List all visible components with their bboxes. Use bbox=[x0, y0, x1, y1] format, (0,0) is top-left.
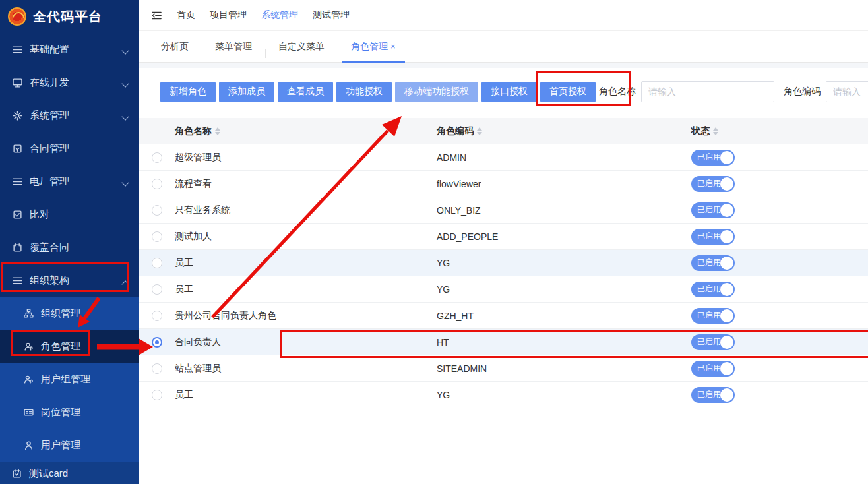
sidebar-item-compare[interactable]: 比对 bbox=[0, 198, 139, 231]
sidebar-item-label: 系统管理 bbox=[30, 109, 69, 122]
api-auth-button[interactable]: 接口授权 bbox=[481, 82, 537, 102]
status-toggle[interactable]: 已启用 bbox=[691, 387, 735, 403]
mobile-function-auth-button[interactable]: 移动端功能授权 bbox=[395, 82, 478, 102]
sort-icon[interactable] bbox=[215, 127, 220, 135]
status-label: 已启用 bbox=[691, 231, 721, 242]
status-label: 已启用 bbox=[691, 204, 721, 216]
topnav-item-project-mgmt[interactable]: 项目管理 bbox=[210, 9, 247, 21]
row-radio[interactable] bbox=[152, 179, 162, 189]
role-code-cell: YG bbox=[437, 284, 691, 295]
contract-icon bbox=[12, 143, 22, 154]
topnav-item-system-mgmt[interactable]: 系统管理 bbox=[261, 9, 298, 21]
table-row[interactable]: 测试加人 ADD_PEOPLE 已启用 bbox=[139, 224, 868, 250]
role-name-cell: 员工 bbox=[175, 389, 193, 401]
sidebar-item-test-card[interactable]: 测试card bbox=[0, 462, 139, 484]
status-toggle[interactable]: 已启用 bbox=[691, 282, 735, 297]
role-name-cell: 只有业务系统 bbox=[175, 204, 230, 216]
sidebar-item-user-mgmt[interactable]: 用户管理 bbox=[0, 429, 139, 462]
sidebar-item-org-mgmt[interactable]: 组织管理 bbox=[0, 297, 139, 330]
sidebar-item-role-mgmt[interactable]: 角色管理 bbox=[0, 330, 139, 363]
role-name-cell: 流程查看 bbox=[175, 178, 212, 190]
gear-icon bbox=[12, 110, 22, 121]
topnav-item-home[interactable]: 首页 bbox=[177, 9, 195, 21]
column-header-role-name[interactable]: 角色名称 bbox=[139, 125, 437, 137]
row-radio[interactable] bbox=[152, 231, 162, 242]
row-radio[interactable] bbox=[152, 205, 162, 216]
view-members-button[interactable]: 查看成员 bbox=[278, 82, 333, 102]
menu-icon bbox=[12, 44, 22, 55]
table-row[interactable]: 超级管理员 ADMIN 已启用 bbox=[139, 144, 868, 171]
tab-menu-mgmt[interactable]: 菜单管理 bbox=[202, 31, 265, 62]
toggle-knob bbox=[720, 388, 733, 402]
app-title: 全代码平台 bbox=[33, 8, 102, 26]
sort-icon[interactable] bbox=[713, 127, 718, 135]
sidebar-item-online-dev[interactable]: 在线开发 bbox=[0, 66, 139, 99]
tab-analysis[interactable]: 分析页 bbox=[148, 31, 202, 62]
row-radio[interactable] bbox=[152, 152, 162, 163]
tab-close-icon[interactable]: × bbox=[390, 42, 396, 51]
role-code-input[interactable] bbox=[826, 81, 868, 102]
sidebar: 全代码平台 基础配置 在线开发 系统管理 合同管理 电厂管理 比对 bbox=[0, 0, 139, 484]
table-row[interactable]: 站点管理员 SITEADMIN 已启用 bbox=[139, 355, 868, 382]
table-row[interactable]: 流程查看 flowViewer 已启用 bbox=[139, 171, 868, 197]
sidebar-item-org-structure[interactable]: 组织架构 bbox=[0, 264, 139, 297]
column-label: 角色名称 bbox=[175, 125, 212, 137]
row-radio[interactable] bbox=[152, 363, 162, 374]
sidebar-item-cover-contract[interactable]: 覆盖合同 bbox=[0, 231, 139, 264]
row-radio[interactable] bbox=[152, 311, 162, 321]
function-auth-button[interactable]: 功能授权 bbox=[336, 82, 392, 102]
sidebar-item-label: 覆盖合同 bbox=[30, 241, 69, 254]
tab-label: 分析页 bbox=[161, 41, 189, 53]
sidebar-submenu-org: 组织管理 角色管理 用户组管理 岗位管理 用户管理 bbox=[0, 297, 139, 462]
compare-icon bbox=[12, 209, 22, 220]
row-radio[interactable] bbox=[152, 390, 162, 400]
status-toggle[interactable]: 已启用 bbox=[691, 150, 735, 166]
column-header-status[interactable]: 状态 bbox=[691, 125, 868, 137]
card-icon bbox=[12, 469, 22, 479]
homepage-auth-button[interactable]: 首页授权 bbox=[540, 82, 596, 102]
tab-label: 菜单管理 bbox=[215, 41, 252, 53]
toggle-knob bbox=[720, 309, 733, 322]
status-toggle[interactable]: 已启用 bbox=[691, 176, 735, 192]
topnav-item-test-mgmt[interactable]: 测试管理 bbox=[313, 9, 350, 21]
table-row[interactable]: 贵州公司合同负责人角色 GZH_HT 已启用 bbox=[139, 303, 868, 329]
toggle-knob bbox=[720, 204, 733, 217]
column-label: 状态 bbox=[691, 125, 710, 137]
toggle-knob bbox=[720, 283, 733, 296]
role-name-input[interactable] bbox=[641, 81, 774, 102]
role-name-cell: 员工 bbox=[175, 284, 193, 295]
menu-fold-icon[interactable] bbox=[150, 9, 162, 21]
status-toggle[interactable]: 已启用 bbox=[691, 361, 735, 377]
sidebar-item-contract-mgmt[interactable]: 合同管理 bbox=[0, 132, 139, 165]
sidebar-item-user-group-mgmt[interactable]: 用户组管理 bbox=[0, 363, 139, 396]
row-radio[interactable] bbox=[152, 258, 162, 268]
sort-icon[interactable] bbox=[477, 127, 482, 135]
status-toggle[interactable]: 已启用 bbox=[691, 308, 735, 324]
row-radio-selected[interactable] bbox=[152, 337, 162, 348]
add-member-button[interactable]: 添加成员 bbox=[219, 82, 274, 102]
status-toggle[interactable]: 已启用 bbox=[691, 255, 735, 271]
status-toggle[interactable]: 已启用 bbox=[691, 202, 735, 218]
status-toggle[interactable]: 已启用 bbox=[691, 334, 735, 350]
table-row[interactable]: 员工 YG 已启用 bbox=[139, 382, 868, 408]
tab-role-mgmt[interactable]: 角色管理 × bbox=[338, 31, 409, 62]
table-row[interactable]: 员工 YG 已启用 bbox=[139, 250, 868, 276]
sidebar-item-plant-mgmt[interactable]: 电厂管理 bbox=[0, 165, 139, 198]
row-radio[interactable] bbox=[152, 284, 162, 295]
tab-custom-menu[interactable]: 自定义菜单 bbox=[265, 31, 338, 62]
column-header-role-code[interactable]: 角色编码 bbox=[437, 125, 691, 137]
table-row[interactable]: 员工 YG 已启用 bbox=[139, 276, 868, 303]
sidebar-item-post-mgmt[interactable]: 岗位管理 bbox=[0, 396, 139, 429]
calendar-icon bbox=[12, 242, 22, 253]
status-toggle[interactable]: 已启用 bbox=[691, 229, 735, 245]
status-label: 已启用 bbox=[691, 257, 721, 268]
toolbar: 新增角色 添加成员 查看成员 功能授权 移动端功能授权 接口授权 首页授权 角色… bbox=[139, 68, 868, 118]
sidebar-item-label: 角色管理 bbox=[41, 340, 80, 353]
sidebar-item-system-mgmt[interactable]: 系统管理 bbox=[0, 99, 139, 132]
add-role-button[interactable]: 新增角色 bbox=[160, 82, 216, 102]
sidebar-item-label: 岗位管理 bbox=[41, 406, 80, 419]
table-row-selected[interactable]: 合同负责人 HT 已启用 bbox=[139, 329, 868, 355]
sidebar-item-label: 合同管理 bbox=[30, 142, 69, 155]
sidebar-item-basic-config[interactable]: 基础配置 bbox=[0, 33, 139, 66]
table-row[interactable]: 只有业务系统 ONLY_BIZ 已启用 bbox=[139, 197, 868, 224]
